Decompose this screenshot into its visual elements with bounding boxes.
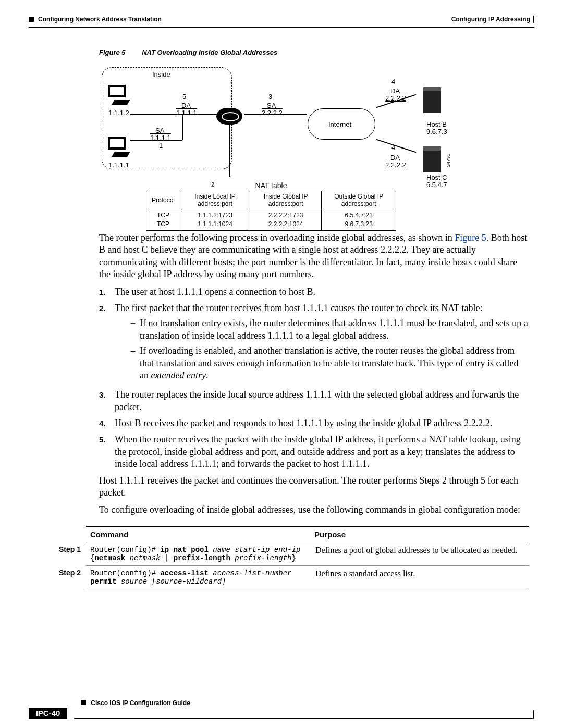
page-footer: Cisco IOS IP Configuration Guide IPC-40 (29, 699, 534, 719)
nat-h-protocol: Protocol (146, 191, 180, 209)
hostb-label: Host B (426, 120, 447, 128)
sa-label-1: SA (155, 127, 164, 134)
da-ip-top: 2.2.2.2 (385, 94, 406, 102)
nat-h-local: Inside Local IP address:port (180, 191, 250, 209)
wire-mid (130, 140, 182, 141)
step-2-text: The first packet that the router receive… (115, 303, 482, 313)
page-number: IPC-40 (29, 708, 67, 719)
step-1-text: The user at host 1.1.1.1 opens a connect… (115, 286, 315, 298)
intro-paragraph: The router performs the following proces… (99, 232, 529, 281)
footer-rule (74, 718, 533, 719)
nat-r2-global: 2.2.2.2:1024 (268, 220, 303, 228)
wire-v (182, 114, 183, 140)
cmd-text-1: Router(config)# ip nat pool name start-i… (86, 542, 310, 565)
annot-4a: 4 (391, 78, 395, 85)
nat-r1-proto: TCP (157, 212, 169, 219)
nat-h-global: Inside Global IP address:port (250, 191, 322, 209)
footer-book-title: Cisco IOS IP Configuration Guide (91, 699, 190, 707)
cmd-step-1: Step 1 (55, 542, 86, 565)
config-paragraph: To configure overloading of inside globa… (99, 504, 529, 516)
router-icon (216, 108, 242, 125)
header-rule (29, 27, 534, 28)
nat-r1-local: 1.1.1.2:1723 (198, 212, 232, 219)
host-1111-ip: 1.1.1.1 (108, 161, 129, 169)
da-label-5: DA (181, 102, 191, 109)
th-command: Command (86, 526, 310, 542)
header-bar (533, 16, 534, 23)
footer-bullet (81, 700, 86, 705)
annot-5: 5 (182, 93, 186, 101)
nat-h-outside: Outside Global IP address:port (322, 191, 396, 209)
host-1112-icon (107, 85, 133, 106)
step-3-text: The router replaces the inside local sou… (115, 389, 529, 413)
header-left: Configuring Network Address Translation (38, 16, 162, 23)
step-2a-text: If no translation entry exists, the rout… (140, 317, 529, 342)
steps-list: The user at host 1.1.1.1 opens a connect… (99, 286, 529, 471)
cmd-row-2: Step 2 Router(config)# access-list acces… (55, 565, 529, 589)
step-5-text: When the router receives the packet with… (115, 434, 529, 470)
cmd-row-1: Step 1 Router(config)# ip nat pool name … (55, 542, 529, 565)
host-1112-ip: 1.1.1.2 (108, 109, 129, 117)
step-4-text: Host B receives the packet and responds … (115, 417, 492, 429)
annot-1: 1 (159, 142, 163, 150)
inside-label: Inside (152, 70, 170, 78)
th-purpose: Purpose (310, 526, 529, 542)
internet-label: Internet (328, 120, 351, 128)
figure-link[interactable]: Figure 5 (455, 232, 486, 243)
nat-title-text: NAT table (255, 181, 287, 190)
hostc-ip: 6.5.4.7 (426, 181, 447, 189)
hostb-ip: 9.6.7.3 (426, 128, 447, 135)
header-right: Configuring IP Addressing (451, 16, 530, 23)
continuation-paragraph: Host 1.1.1.1 receives the packet and con… (99, 475, 529, 499)
nat-diagram: Inside 1.1.1.2 1.1.1.1 5 DA 1.1.1.1 SA 1… (99, 64, 456, 226)
figure-caption: Figure 5 NAT Overloading Inside Global A… (99, 48, 529, 56)
da-ip-5: 1.1.1.1 (176, 109, 197, 117)
cmd-purpose-1: Defines a pool of global addresses to be… (310, 542, 529, 565)
sa-label-3: SA (267, 102, 276, 109)
nat-r1-global: 2.2.2.2:1723 (268, 212, 303, 219)
host-1111-icon (107, 137, 133, 158)
hostb-icon (423, 87, 441, 113)
cmd-step-2: Step 2 (55, 565, 86, 589)
nat-table: Protocol Inside Local IP address:port In… (146, 191, 396, 231)
nat-title-num: 2 (211, 181, 214, 188)
wire-out (244, 114, 307, 115)
annot-4b: 4 (391, 143, 395, 151)
p1-a: The router performs the following proces… (99, 232, 455, 243)
side-code: S4791 (446, 154, 451, 167)
header-bullet (29, 17, 34, 22)
footer-right-bar (533, 710, 534, 719)
sa-ip-3: 2.2.2.2 (262, 109, 283, 117)
nat-row: TCP TCP 1.1.1.2:1723 1.1.1.1:1024 2.2.2.… (146, 209, 396, 231)
figure-number: Figure 5 (99, 48, 126, 56)
annot-3: 3 (268, 93, 272, 101)
da-label-bot: DA (390, 154, 400, 162)
wire-hostc (376, 139, 417, 153)
router-drop (229, 125, 230, 177)
figure-title: NAT Overloading Inside Global Addresses (142, 48, 277, 56)
cmd-text-2: Router(config)# access-list access-list-… (86, 565, 310, 589)
cmd-purpose-2: Defines a standard access list. (310, 565, 529, 589)
nat-r2-proto: TCP (157, 220, 169, 228)
nat-table-title: 2 NAT table (146, 181, 396, 190)
hostc-label: Host C (426, 174, 447, 181)
nat-r1-out: 6.5.4.7:23 (345, 212, 372, 219)
nat-r2-local: 1.1.1.1:1024 (198, 220, 232, 228)
nat-table-wrap: 2 NAT table Protocol Inside Local IP add… (146, 181, 396, 231)
nat-r2-out: 9.6.7.3:23 (345, 220, 372, 228)
hostc-icon (423, 146, 441, 172)
command-table: Command Purpose Step 1 Router(config)# i… (55, 526, 529, 589)
da-label-top: DA (390, 87, 400, 95)
da-ip-bot: 2.2.2.2 (385, 161, 406, 169)
step-2b-text: If overloading is enabled, and another t… (140, 345, 529, 381)
